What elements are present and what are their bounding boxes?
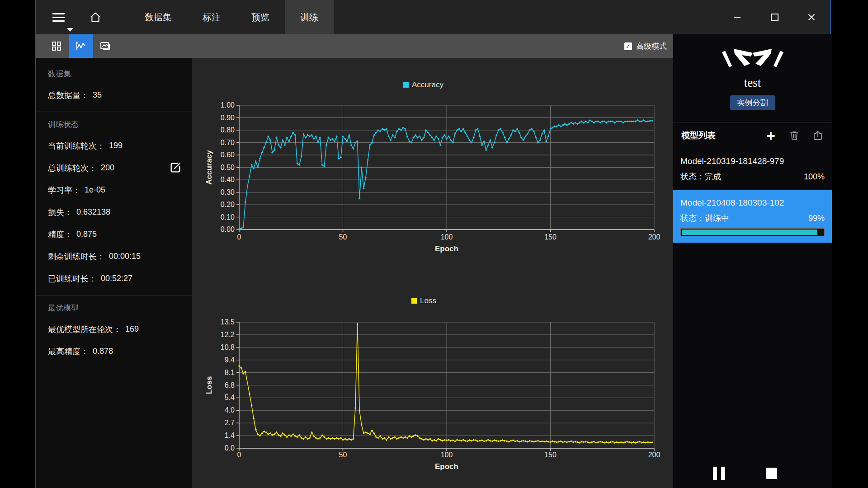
total-epoch-label: 总训练轮次： — [48, 163, 97, 174]
svg-text:100: 100 — [441, 233, 453, 241]
svg-text:13.5: 13.5 — [221, 318, 235, 326]
remaining-time-row: 剩余训练时长： 00:00:15 — [48, 245, 192, 267]
total-data-row: 总数据量： 35 — [48, 84, 192, 106]
accuracy-legend-label: Accuracy — [412, 80, 443, 89]
total-epoch-row: 总训练轮次： 200 — [48, 157, 192, 179]
close-button[interactable] — [804, 9, 819, 25]
grid-view-button[interactable] — [44, 34, 69, 58]
training-progress-fill — [682, 230, 817, 235]
svg-text:50: 50 — [339, 233, 347, 241]
y-axis-title: Loss — [205, 376, 213, 394]
model-list-title: 模型列表 — [681, 130, 754, 141]
current-epoch-value: 199 — [109, 141, 123, 150]
svg-text:12.2: 12.2 — [221, 331, 235, 338]
pause-training-button[interactable] — [713, 467, 726, 480]
elapsed-time-value: 00:52:27 — [101, 274, 132, 283]
maximize-button[interactable] — [767, 9, 782, 25]
advanced-mode-label: 高级模式 — [636, 41, 667, 52]
loss-legend-label: Loss — [420, 296, 436, 305]
training-charts-area: 1.000.900.800.700.600.500.400.300.200.10… — [192, 58, 673, 488]
loss-row: 损失： 0.632138 — [48, 201, 192, 223]
svg-text:150: 150 — [544, 233, 557, 241]
maximize-icon — [771, 14, 778, 21]
best-accuracy-label: 最高精度： — [48, 346, 89, 357]
loss-legend-swatch — [411, 298, 417, 304]
model-status: 完成 — [705, 171, 721, 182]
remaining-time-value: 00:00:15 — [109, 252, 141, 261]
loss-value: 0.632138 — [76, 207, 110, 217]
loss-series-line — [239, 324, 652, 443]
svg-text:0.70: 0.70 — [221, 139, 235, 146]
view-toolbar: ✓ 高级模式 — [36, 34, 673, 58]
accuracy-legend-swatch — [403, 82, 409, 88]
model-percent: 100% — [804, 172, 825, 182]
task-type-badge[interactable]: 实例分割 — [730, 95, 775, 110]
learning-rate-value: 1e-05 — [85, 185, 105, 195]
elapsed-time-label: 已训练时长： — [48, 273, 97, 284]
stop-training-button[interactable] — [766, 468, 777, 479]
advanced-mode-checkbox[interactable]: ✓ — [624, 42, 632, 50]
svg-text:0: 0 — [237, 233, 241, 241]
svg-text:6.8: 6.8 — [225, 381, 235, 389]
loss-label: 损失： — [48, 207, 72, 218]
nav-expand-caret-icon[interactable] — [67, 28, 73, 32]
project-name: test — [673, 76, 832, 90]
current-epoch-label: 当前训练轮次： — [48, 141, 105, 151]
model-list-item[interactable]: Model-210319-181428-979 状态： 完成 100% — [673, 149, 832, 190]
svg-text:0.90: 0.90 — [221, 114, 235, 122]
accuracy-chart: 1.000.900.800.700.600.500.400.300.200.10… — [205, 80, 660, 253]
best-accuracy-value: 0.878 — [93, 347, 113, 356]
loss-chart: 13.512.210.89.48.16.85.44.02.71.40.00501… — [205, 296, 660, 471]
home-icon[interactable] — [80, 0, 111, 34]
y-axis-title: Accuracy — [205, 150, 213, 185]
total-epoch-value: 200 — [101, 163, 114, 173]
app-window: 数据集 标注 预览 训练 — [35, 0, 831, 488]
remaining-time-label: 剩余训练时长： — [48, 251, 105, 262]
export-model-icon[interactable] — [811, 129, 825, 142]
learning-rate-label: 学习率： — [48, 185, 80, 196]
svg-text:150: 150 — [544, 451, 557, 459]
svg-text:0: 0 — [237, 451, 241, 459]
accuracy-series-line — [239, 120, 652, 229]
dataset-section: 数据集 总数据量： 35 — [36, 58, 192, 106]
total-data-label: 总数据量： — [48, 90, 89, 101]
tab-dataset[interactable]: 数据集 — [129, 0, 187, 34]
add-model-icon[interactable]: + — [764, 129, 778, 142]
svg-text:200: 200 — [648, 233, 660, 241]
minimize-button[interactable] — [730, 9, 745, 25]
tab-annotation[interactable]: 标注 — [187, 0, 236, 34]
nav-tabs: 数据集 标注 预览 训练 — [129, 0, 334, 34]
learning-rate-row: 学习率： 1e-05 — [48, 179, 192, 201]
svg-text:0.00: 0.00 — [221, 225, 235, 233]
loss-series-markers — [238, 323, 653, 444]
training-status-section: 训练状态 当前训练轮次： 199 总训练轮次： 200 学习率： 1e-05 — [36, 112, 192, 290]
tab-training[interactable]: 训练 — [285, 0, 334, 34]
delete-model-icon[interactable] — [788, 129, 801, 142]
svg-text:5.4: 5.4 — [225, 394, 235, 401]
chart-view-button[interactable] — [69, 34, 93, 58]
image-view-button[interactable] — [93, 34, 118, 58]
svg-text:0.20: 0.20 — [221, 201, 235, 208]
best-epoch-value: 169 — [125, 324, 139, 334]
elapsed-time-row: 已训练时长： 00:52:27 — [48, 267, 192, 290]
svg-text:0.40: 0.40 — [221, 176, 235, 183]
tab-preview[interactable]: 预览 — [236, 0, 285, 34]
best-accuracy-row: 最高精度： 0.878 — [48, 340, 192, 362]
svg-text:1.00: 1.00 — [221, 101, 235, 109]
svg-text:0.50: 0.50 — [221, 164, 235, 171]
total-data-value: 35 — [93, 90, 102, 100]
model-list-item-selected[interactable]: Model-210408-180303-102 状态： 训练中 99% — [673, 190, 832, 243]
advanced-mode-toggle[interactable]: ✓ 高级模式 — [624, 34, 667, 58]
svg-text:9.4: 9.4 — [225, 356, 235, 364]
best-model-title: 最优模型 — [48, 298, 192, 318]
app-logo-icon — [712, 46, 793, 73]
model-status: 训练中 — [705, 213, 729, 224]
svg-text:1.4: 1.4 — [225, 432, 235, 439]
model-name: Model-210408-180303-102 — [680, 195, 825, 211]
project-panel: test 实例分割 模型列表 + Model-210319-181428-979 — [673, 34, 832, 488]
close-icon — [808, 14, 815, 21]
svg-text:4.0: 4.0 — [225, 406, 235, 414]
model-list-header: 模型列表 + — [673, 122, 832, 149]
edit-epochs-icon[interactable] — [169, 161, 182, 174]
window-controls — [730, 0, 819, 34]
